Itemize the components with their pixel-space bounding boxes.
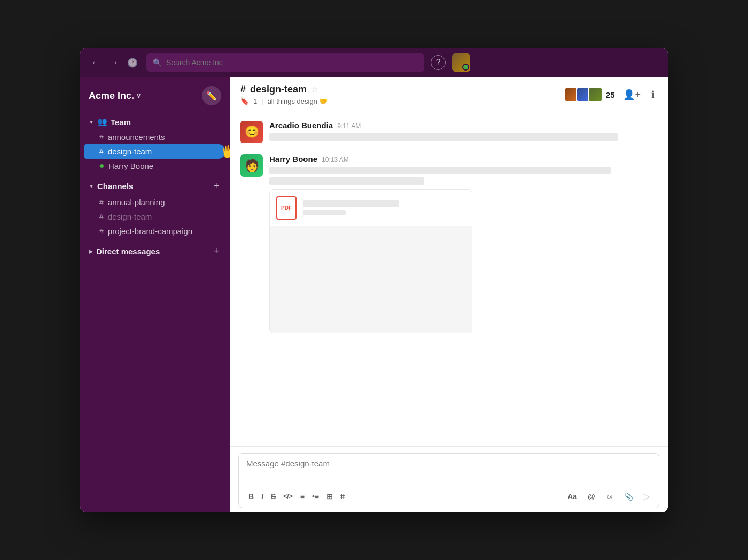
message-input: B I S </> ≡ •≡ ⊞ ⌗ Aa @ ☺ — [238, 453, 659, 508]
dm-section: ▶ Direct messages + — [80, 240, 230, 262]
avatar-face-1: 😊 — [240, 121, 263, 143]
add-member-button[interactable]: 👤+ — [621, 87, 643, 103]
channel-meta: 🔖 1 | all things design 🤝 — [240, 97, 328, 105]
history-button[interactable]: 🕐 — [125, 55, 140, 71]
msg-avatar-arcadio: 😊 — [240, 121, 263, 143]
msg-header-2: Harry Boone 10:13 AM — [269, 154, 657, 164]
file-preview — [270, 226, 472, 333]
bookmark-count: 1 — [253, 97, 257, 105]
ordered-list-button[interactable]: ≡ — [297, 490, 308, 503]
file-name-line — [303, 200, 399, 207]
member-avatar-3 — [588, 87, 603, 102]
msg-author-1: Arcadio Buendia — [269, 121, 333, 130]
code-button[interactable]: </> — [280, 491, 295, 502]
avatar-face-2: 🧑 — [240, 154, 263, 177]
meta-divider: | — [261, 97, 263, 105]
msg-header-1: Arcadio Buendia 9:11 AM — [269, 121, 657, 130]
dm-chevron-icon: ▶ — [89, 248, 93, 254]
sidebar-item-annual-planning[interactable]: # annual-planning — [84, 195, 225, 209]
info-button[interactable]: ℹ — [649, 87, 657, 103]
help-button[interactable]: ? — [431, 55, 446, 70]
file-info — [303, 200, 465, 215]
channel-hash-icon: # — [240, 84, 246, 95]
strikethrough-button[interactable]: S — [268, 490, 279, 503]
file-attachment[interactable]: PDF — [269, 189, 472, 333]
mention-button[interactable]: @ — [585, 490, 598, 503]
channel-description: all things design 🤝 — [268, 97, 328, 105]
team-section-header-left: ▼ 👥 Team — [89, 117, 131, 127]
msg-author-2: Harry Boone — [269, 154, 317, 164]
file-size-line — [303, 210, 346, 215]
workspace-chevron-icon: ∨ — [136, 92, 141, 99]
online-status-dot — [99, 164, 104, 168]
pdf-text: PDF — [281, 205, 292, 211]
attachment-button[interactable]: 📎 — [621, 490, 636, 503]
blockquote-button[interactable]: ⊞ — [323, 490, 336, 503]
main-content: Acme Inc. ∨ ✏️ ▼ 👥 Team # announcements — [80, 77, 668, 512]
message-2: 🧑 Harry Boone 10:13 AM — [240, 154, 657, 333]
workflow-button[interactable]: ⌗ — [337, 490, 348, 503]
forward-button[interactable]: → — [107, 55, 121, 71]
hash-icon: # — [99, 147, 104, 156]
sidebar-item-harry-boone[interactable]: Harry Boone — [84, 159, 225, 173]
msg-line-2a — [269, 167, 611, 174]
top-bar: ← → 🕐 🔍 ? — [80, 48, 668, 77]
unordered-list-button[interactable]: •≡ — [309, 490, 322, 503]
file-header: PDF — [270, 190, 472, 226]
emoji-button[interactable]: ☺ — [603, 490, 617, 503]
channel-content: # design-team ☆ 🔖 1 | all things design … — [230, 77, 668, 512]
sidebar-item-announcements[interactable]: # announcements — [84, 130, 225, 144]
sidebar: Acme Inc. ∨ ✏️ ▼ 👥 Team # announcements — [80, 77, 230, 512]
harry-boone-label: Harry Boone — [108, 161, 153, 170]
channel-title-row: # design-team ☆ — [240, 84, 328, 95]
msg-content-1: Arcadio Buendia 9:11 AM — [269, 121, 657, 144]
hash-icon: # — [99, 133, 104, 142]
team-section-header[interactable]: ▼ 👥 Team — [80, 114, 230, 130]
msg-time-1: 9:11 AM — [337, 122, 361, 130]
channels-section-header[interactable]: ▼ Channels + — [80, 177, 230, 195]
msg-time-2: 10:13 AM — [322, 156, 349, 164]
search-bar[interactable]: 🔍 — [146, 53, 424, 72]
toolbar-right: Aa @ ☺ 📎 ▷ — [564, 488, 652, 504]
user-avatar[interactable] — [452, 53, 470, 72]
channel-header-right: 25 👤+ ℹ — [564, 87, 657, 103]
pdf-icon: PDF — [276, 196, 297, 220]
channel-title: design-team — [250, 84, 307, 95]
dm-section-header[interactable]: ▶ Direct messages + — [80, 243, 230, 260]
workspace-name[interactable]: Acme Inc. ∨ — [89, 90, 141, 102]
design-team-label: design-team — [108, 147, 152, 156]
member-avatars[interactable]: 25 — [564, 87, 615, 102]
cursor-hand-icon: 🖐 — [221, 145, 230, 159]
compose-button[interactable]: ✏️ — [202, 86, 221, 105]
channels-label: Channels — [97, 182, 134, 191]
dm-label: Direct messages — [96, 247, 160, 256]
avatar-image — [452, 53, 470, 72]
team-label: Team — [111, 118, 131, 127]
app-window: ← → 🕐 🔍 ? Acme Inc. ∨ ✏️ — [80, 48, 668, 512]
search-icon: 🔍 — [153, 58, 162, 67]
add-dm-button[interactable]: + — [211, 246, 221, 257]
team-people-icon: 👥 — [97, 117, 107, 127]
hash-icon: # — [99, 213, 104, 221]
announcements-label: announcements — [108, 133, 165, 142]
send-button[interactable]: ▷ — [641, 488, 652, 504]
project-brand-campaign-label: project-brand-campaign — [108, 227, 192, 236]
italic-button[interactable]: I — [258, 490, 267, 503]
message-input-area: B I S </> ≡ •≡ ⊞ ⌗ Aa @ ☺ — [230, 446, 668, 512]
msg-line-1 — [269, 133, 618, 141]
add-channel-button[interactable]: + — [211, 181, 221, 192]
font-size-button[interactable]: Aa — [564, 490, 580, 503]
msg-line-2b — [269, 177, 424, 185]
nav-buttons: ← → 🕐 — [89, 55, 140, 71]
sidebar-item-design-team-muted[interactable]: # design-team — [84, 209, 225, 224]
channels-chevron-icon: ▼ — [89, 183, 94, 189]
channel-header: # design-team ☆ 🔖 1 | all things design … — [230, 77, 668, 112]
sidebar-item-design-team[interactable]: # design-team 🖐 — [84, 144, 225, 159]
search-input[interactable] — [166, 58, 418, 67]
sidebar-item-project-brand-campaign[interactable]: # project-brand-campaign — [84, 224, 225, 238]
star-icon[interactable]: ☆ — [311, 84, 318, 95]
message-text-field[interactable] — [239, 454, 659, 483]
back-button[interactable]: ← — [89, 55, 103, 71]
bold-button[interactable]: B — [245, 490, 257, 503]
message-1: 😊 Arcadio Buendia 9:11 AM — [240, 121, 657, 144]
